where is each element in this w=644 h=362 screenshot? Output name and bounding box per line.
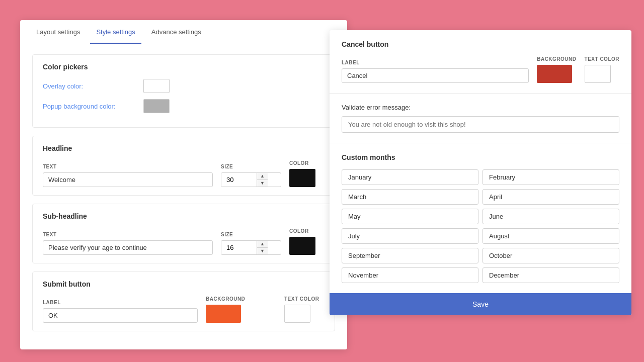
headline-text-group: TEXT [43,164,213,187]
sub-headline-size-up[interactable]: ▲ [257,241,268,248]
submit-button-title: Submit button [43,280,325,288]
month-input-july[interactable] [342,228,478,244]
sub-headline-section: Sub-headline TEXT SIZE ▲ ▼ [32,204,335,263]
submit-label-col-label: LABEL [43,300,198,305]
submit-textcolor-swatch[interactable] [284,305,310,323]
cancel-bg-col-label: BACKGROUND [537,56,576,62]
sub-headline-size-input[interactable] [221,241,257,254]
cancel-bg-swatch[interactable] [537,65,572,83]
popup-bg-row: Popup background color: [43,99,325,113]
headline-size-wrap: ▲ ▼ [221,172,281,187]
month-input-april[interactable] [482,189,619,205]
tab-style[interactable]: Style settings [90,20,141,44]
months-grid [342,169,619,283]
month-input-february[interactable] [482,169,619,185]
custom-months-section: Custom months [330,143,631,293]
headline-size-spinners: ▲ ▼ [257,173,268,187]
validate-title: Validate error message: [342,104,619,111]
headline-size-input[interactable] [221,173,257,187]
headline-color-swatch[interactable] [289,169,315,187]
cancel-label-col-label: LABEL [342,60,529,65]
month-input-may[interactable] [342,209,478,224]
cancel-label-group: LABEL [342,60,529,83]
sub-headline-size-wrap: ▲ ▼ [221,240,281,255]
popup-bg-swatch[interactable] [143,99,170,113]
tab-advance[interactable]: Advance settings [145,20,207,44]
tab-layout[interactable]: Layout settings [30,20,86,44]
color-pickers-title: Color pickers [43,63,325,71]
cancel-bg-group: BACKGROUND [537,56,576,83]
validate-input[interactable] [342,116,619,133]
submit-textcolor-col-label: TEXT COLOR [284,296,325,302]
submit-bg-swatch[interactable] [206,305,241,323]
sub-headline-size-group: SIZE ▲ ▼ [221,232,281,255]
sub-headline-size-spinners: ▲ ▼ [257,241,268,254]
cancel-button-title: Cancel button [342,40,619,48]
sub-headline-color-label: COLOR [289,228,325,234]
sub-headline-title: Sub-headline [43,212,325,220]
headline-size-group: SIZE ▲ ▼ [221,164,281,187]
overlay-color-swatch[interactable] [143,79,170,93]
custom-months-title: Custom months [342,153,619,161]
headline-fields-row: TEXT SIZE ▲ ▼ COLOR [43,160,325,187]
headline-size-down[interactable]: ▼ [257,180,268,187]
sub-headline-color-group: COLOR [289,228,325,255]
submit-textcolor-group: TEXT COLOR [284,296,325,323]
cancel-textcolor-group: TEXT COLOR [585,56,619,83]
headline-size-up[interactable]: ▲ [257,173,268,180]
overlay-color-label: Overlay color: [43,82,143,90]
cancel-button-section: Cancel button LABEL BACKGROUND TEXT COLO… [330,30,631,94]
overlay-color-row: Overlay color: [43,79,325,93]
headline-text-input[interactable] [43,172,213,187]
month-input-march[interactable] [342,189,478,205]
cancel-textcolor-col-label: TEXT COLOR [585,56,619,62]
submit-button-section: Submit button LABEL BACKGROUND TEXT COLO… [32,272,335,331]
month-input-november[interactable] [342,267,478,283]
headline-color-label: COLOR [289,160,325,166]
sub-headline-text-label: TEXT [43,232,213,237]
headline-size-label: SIZE [221,164,281,169]
cancel-textcolor-swatch[interactable] [585,65,611,83]
month-input-october[interactable] [482,248,619,263]
headline-section: Headline TEXT SIZE ▲ ▼ [32,136,335,196]
color-pickers-section: Color pickers Overlay color: Popup backg… [32,54,335,128]
cancel-fields-row: LABEL BACKGROUND TEXT COLOR [342,56,619,83]
left-panel: Layout settings Style settings Advance s… [20,20,347,349]
submit-label-input[interactable] [43,308,198,323]
panel-content: Color pickers Overlay color: Popup backg… [20,44,347,349]
month-input-august[interactable] [482,228,619,244]
month-input-september[interactable] [342,248,478,263]
popup-bg-label: Popup background color: [43,103,143,110]
submit-fields-row: LABEL BACKGROUND TEXT COLOR [43,296,325,323]
submit-label-group: LABEL [43,300,198,323]
month-input-december[interactable] [482,267,619,283]
headline-title: Headline [43,144,325,152]
sub-headline-color-swatch[interactable] [289,237,315,255]
sub-headline-size-down[interactable]: ▼ [257,248,268,254]
right-panel: Cancel button LABEL BACKGROUND TEXT COLO… [330,30,631,315]
headline-text-label: TEXT [43,164,213,169]
submit-bg-group: BACKGROUND [206,296,276,323]
cancel-label-input[interactable] [342,68,529,83]
sub-headline-text-group: TEXT [43,232,213,255]
validate-section: Validate error message: [330,94,631,143]
sub-headline-text-input[interactable] [43,240,213,255]
headline-color-group: COLOR [289,160,325,187]
save-bar[interactable]: Save [330,293,631,315]
tabs-bar: Layout settings Style settings Advance s… [20,20,347,44]
submit-bg-col-label: BACKGROUND [206,296,276,302]
month-input-january[interactable] [342,169,478,185]
sub-headline-size-label: SIZE [221,232,281,237]
month-input-june[interactable] [482,209,619,224]
sub-headline-fields-row: TEXT SIZE ▲ ▼ COLOR [43,228,325,255]
save-button-label: Save [472,300,489,308]
